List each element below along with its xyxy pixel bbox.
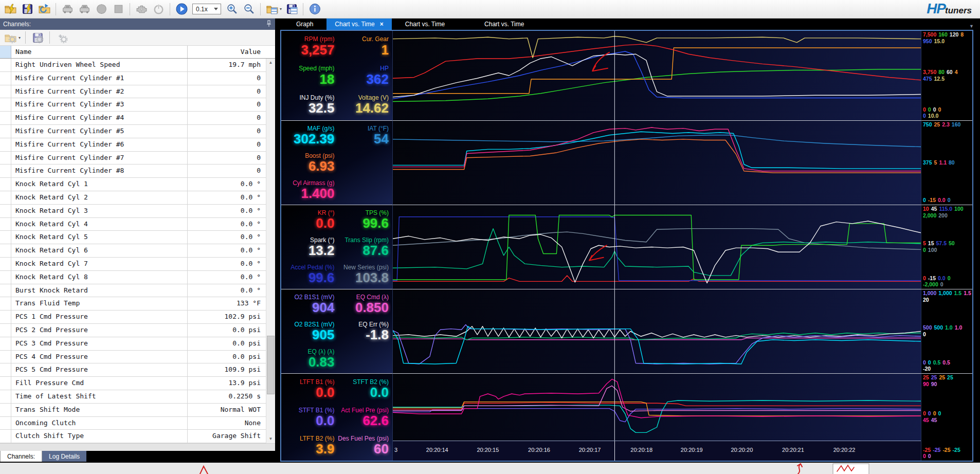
table-row[interactable]: Knock Retard Cyl 60.0 ° bbox=[0, 244, 275, 258]
scroll-up-icon[interactable]: ▲ bbox=[266, 59, 275, 67]
table-row[interactable]: Burst Knock Retard0.0 ° bbox=[0, 284, 275, 298]
row-select-cell[interactable] bbox=[0, 152, 11, 165]
row-select-cell[interactable] bbox=[0, 284, 11, 297]
chart-strip-5[interactable] bbox=[393, 374, 921, 441]
play-button[interactable] bbox=[174, 2, 189, 16]
save-layout-button[interactable] bbox=[284, 2, 299, 16]
row-select-cell[interactable] bbox=[0, 337, 11, 350]
open-layout-button[interactable] bbox=[265, 2, 279, 16]
row-select-cell[interactable] bbox=[0, 417, 11, 430]
table-row[interactable]: Trans Fluid Temp133 °F bbox=[0, 297, 275, 311]
table-row[interactable]: Knock Retard Cyl 50.0 ° bbox=[0, 231, 275, 244]
row-select-cell[interactable] bbox=[0, 244, 11, 257]
table-row[interactable]: Misfire Current Cylinder #80 bbox=[0, 165, 275, 178]
row-select-cell[interactable] bbox=[0, 178, 11, 191]
row-select-cell[interactable] bbox=[0, 404, 11, 416]
tab-graph-1[interactable]: Graph bbox=[288, 19, 321, 30]
table-row[interactable]: Knock Retard Cyl 30.0 ° bbox=[0, 205, 275, 218]
table-row[interactable]: Misfire Current Cylinder #40 bbox=[0, 112, 275, 125]
table-row[interactable]: Knock Retard Cyl 10.0 ° bbox=[0, 178, 275, 191]
table-row[interactable]: PCS 1 Cmd Pressure102.9 psi bbox=[0, 311, 275, 324]
row-select-cell[interactable] bbox=[0, 324, 11, 337]
info-button[interactable] bbox=[307, 2, 322, 16]
chart-strip-1[interactable] bbox=[393, 31, 921, 121]
row-select-cell[interactable] bbox=[0, 59, 11, 71]
row-select-cell[interactable] bbox=[0, 165, 11, 177]
row-select-cell[interactable] bbox=[0, 258, 11, 270]
scroll-down-icon[interactable]: ▼ bbox=[266, 435, 275, 443]
zoom-in-button[interactable] bbox=[225, 2, 239, 16]
save-log-file-button[interactable] bbox=[20, 2, 34, 16]
save-channels-button[interactable] bbox=[30, 30, 45, 45]
table-row[interactable]: Misfire Current Cylinder #70 bbox=[0, 152, 275, 165]
add-channel-button[interactable] bbox=[55, 30, 69, 45]
table-row[interactable]: Misfire Current Cylinder #10 bbox=[0, 72, 275, 85]
table-header-name[interactable]: Name bbox=[11, 46, 188, 58]
table-row[interactable]: Knock Retard Cyl 80.0 ° bbox=[0, 271, 275, 284]
write-vehicle-button[interactable] bbox=[77, 2, 92, 16]
table-scrollbar[interactable]: ▲ ▼ bbox=[266, 59, 275, 443]
row-select-cell[interactable] bbox=[0, 112, 11, 124]
table-row[interactable]: Fill Pressure Cmd13.9 psi bbox=[0, 377, 275, 390]
read-vehicle-button[interactable] bbox=[60, 2, 75, 16]
row-select-cell[interactable] bbox=[0, 363, 11, 376]
panel-tab-log-details[interactable]: Log Details bbox=[42, 451, 86, 462]
stop-scanning-button[interactable] bbox=[111, 2, 125, 16]
table-row[interactable]: Knock Retard Cyl 20.0 ° bbox=[0, 191, 275, 205]
chart-strip-2[interactable] bbox=[393, 121, 921, 205]
table-row[interactable]: Oncoming ClutchNone bbox=[0, 417, 275, 430]
table-row[interactable]: PCS 3 Cmd Pressure0.0 psi bbox=[0, 337, 275, 351]
table-row[interactable]: Knock Retard Cyl 40.0 ° bbox=[0, 218, 275, 231]
row-select-cell[interactable] bbox=[0, 98, 11, 111]
table-row[interactable]: Misfire Current Cylinder #50 bbox=[0, 125, 275, 138]
channel-config-button[interactable] bbox=[3, 30, 17, 45]
playback-speed-select[interactable]: 0.1x bbox=[192, 4, 221, 14]
table-header-value[interactable]: Value bbox=[188, 46, 266, 58]
table-row[interactable]: PCS 4 Cmd Pressure0.0 psi bbox=[0, 351, 275, 364]
panel-tab-channels[interactable]: Channels: bbox=[0, 451, 42, 462]
device-power-button[interactable] bbox=[151, 2, 166, 16]
row-select-cell[interactable] bbox=[0, 205, 11, 217]
open-log-file-button[interactable] bbox=[3, 2, 17, 16]
chevron-down-icon[interactable]: ▾ bbox=[19, 35, 21, 40]
table-row[interactable]: PCS 5 Cmd Pressure109.9 psi bbox=[0, 363, 275, 377]
row-select-cell[interactable] bbox=[0, 271, 11, 284]
row-select-cell[interactable] bbox=[0, 125, 11, 138]
row-select-cell[interactable] bbox=[0, 311, 11, 323]
row-select-cell[interactable] bbox=[0, 191, 11, 204]
row-select-cell[interactable] bbox=[0, 231, 11, 244]
pin-icon[interactable] bbox=[266, 20, 272, 29]
row-select-cell[interactable] bbox=[0, 390, 11, 403]
close-icon[interactable]: × bbox=[380, 21, 384, 28]
row-select-cell[interactable] bbox=[0, 377, 11, 390]
table-row[interactable]: PCS 2 Cmd Pressure0.0 psi bbox=[0, 324, 275, 337]
scrollbar-thumb[interactable] bbox=[267, 336, 275, 394]
table-row[interactable]: Time of Latest Shift0.2250 s bbox=[0, 390, 275, 404]
table-row[interactable]: Misfire Current Cylinder #20 bbox=[0, 85, 275, 99]
table-row[interactable]: Misfire Current Cylinder #60 bbox=[0, 138, 275, 152]
row-select-cell[interactable] bbox=[0, 85, 11, 98]
table-row[interactable]: Trans Shift ModeNormal WOT bbox=[0, 404, 275, 417]
row-select-cell[interactable] bbox=[0, 297, 11, 310]
row-select-cell[interactable] bbox=[0, 72, 11, 85]
table-hscrollbar[interactable] bbox=[0, 443, 275, 451]
row-select-cell[interactable] bbox=[0, 430, 11, 443]
chart-strip-3[interactable] bbox=[393, 205, 921, 289]
tab-chart-vs-time-4[interactable]: Chart vs. Time bbox=[476, 19, 532, 30]
table-row[interactable]: Knock Retard Cyl 70.0 ° bbox=[0, 258, 275, 271]
table-row[interactable]: Misfire Current Cylinder #30 bbox=[0, 98, 275, 112]
row-select-cell[interactable] bbox=[0, 218, 11, 231]
row-select-cell[interactable] bbox=[0, 138, 11, 151]
chart-options-dropdown-icon[interactable]: ▼ bbox=[969, 24, 974, 29]
start-scanning-button[interactable] bbox=[94, 2, 108, 16]
tab-chart-vs-time-2[interactable]: Chart vs. Time× bbox=[326, 19, 391, 30]
reread-log-button[interactable] bbox=[37, 2, 51, 16]
table-row[interactable]: Right Undriven Wheel Speed19.7 mph bbox=[0, 59, 275, 72]
table-row[interactable]: Clutch Shift TypeGarage Shift bbox=[0, 430, 275, 443]
vehicle-controls-button[interactable] bbox=[134, 2, 149, 16]
zoom-out-button[interactable] bbox=[242, 2, 256, 16]
chevron-down-icon[interactable]: ▾ bbox=[280, 7, 282, 11]
chart-strip-4[interactable] bbox=[393, 289, 921, 374]
tab-chart-vs-time-3[interactable]: Chart vs. Time bbox=[397, 19, 453, 30]
row-select-cell[interactable] bbox=[0, 351, 11, 363]
